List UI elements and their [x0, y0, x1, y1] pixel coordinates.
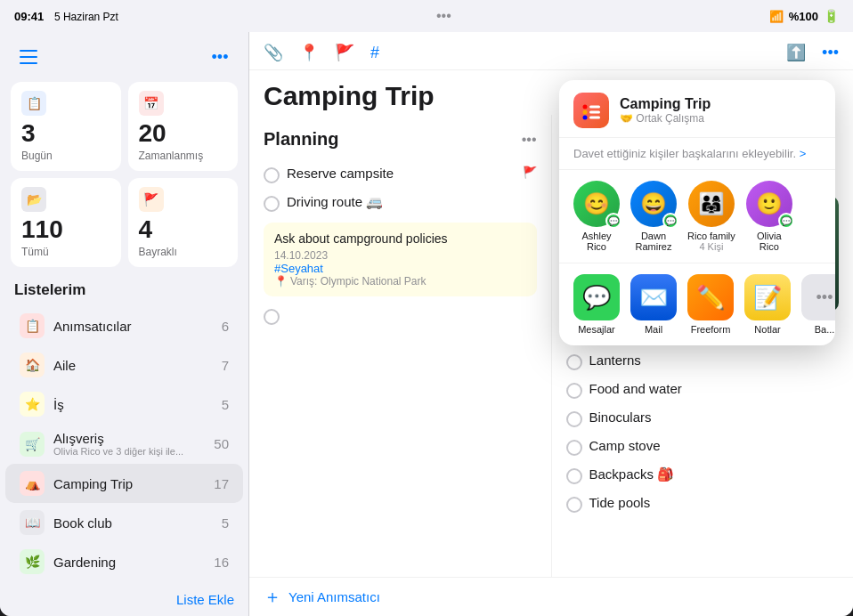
- bookclub-name: Book club: [53, 515, 222, 531]
- camping-count: 17: [214, 476, 229, 491]
- task-backpacks[interactable]: Backpacks 🎒: [566, 461, 840, 490]
- app-freeform[interactable]: ✏️ Freeform: [687, 274, 734, 335]
- app-notes[interactable]: 📝 Notlar: [744, 274, 791, 335]
- toolbar-left-icons: 📎 📍 🚩 #: [264, 43, 379, 62]
- flagged-label: Bayraklı: [139, 246, 228, 258]
- add-item-row[interactable]: ＋ Yeni Anımsatıcı: [249, 577, 853, 616]
- add-list-button[interactable]: Liste Ekle: [176, 592, 234, 607]
- share-popup-list-icon: [573, 93, 609, 128]
- bookclub-count: 5: [222, 515, 229, 531]
- svg-rect-8: [589, 117, 600, 119]
- sidebar-top-bar: •••: [0, 43, 248, 78]
- sidebar-item-gardening[interactable]: 🌿 Gardening 16: [5, 542, 243, 581]
- sidebar-item-animsaticlar[interactable]: 📋 Anımsatıcılar 6: [5, 306, 243, 345]
- ashley-badge: 💬: [605, 213, 621, 229]
- sidebar-item-bookclub[interactable]: 📖 Book club 5: [5, 503, 243, 542]
- task-text-binoculars: Binoculars: [589, 409, 840, 425]
- olivia-name: OliviaRico: [757, 231, 782, 252]
- task-empty[interactable]: [264, 302, 537, 330]
- contact-olivia[interactable]: 🙂 💬 OliviaRico: [746, 181, 792, 252]
- status-center: •••: [436, 8, 451, 24]
- planning-more-button[interactable]: •••: [522, 132, 537, 148]
- svg-point-4: [583, 110, 588, 115]
- task-circle-lanterns: [566, 354, 582, 370]
- contact-ashley[interactable]: 😊 💬 AshleyRico: [573, 181, 620, 252]
- is-name: İş: [53, 397, 222, 412]
- share-popup-title-area: Camping Trip 🤝 Ortak Çalışma: [620, 96, 711, 125]
- task-text-tidepools: Tide pools: [589, 495, 840, 510]
- all-card[interactable]: 📂 110 Tümü: [11, 178, 121, 267]
- freeform-label: Freeform: [691, 324, 731, 335]
- attachment-icon[interactable]: 📎: [264, 43, 283, 62]
- note-card-title: Ask about campground policies: [274, 231, 526, 246]
- task-circle-backpacks: [566, 468, 582, 484]
- svg-point-3: [583, 105, 588, 109]
- more-options-button[interactable]: •••: [206, 43, 234, 71]
- family-name: Rico family4 Kişi: [687, 231, 735, 252]
- sidebar: ••• 📋 3 Bugün 📅 20 Zamanlanmış 📂: [0, 32, 249, 616]
- note-card-date: 14.10.2023: [274, 249, 526, 262]
- gardening-count: 16: [214, 555, 229, 570]
- task-circle-binoculars: [566, 411, 582, 427]
- svg-rect-0: [20, 50, 37, 52]
- scheduled-card[interactable]: 📅 20 Zamanlanmış: [128, 82, 239, 171]
- share-icon[interactable]: ⬆️: [786, 43, 806, 62]
- share-popup-link[interactable]: >: [800, 147, 807, 160]
- flagged-count: 4: [139, 215, 228, 244]
- aile-icon: 🏠: [20, 353, 45, 377]
- share-popup-title: Camping Trip: [620, 96, 711, 112]
- contact-dawn[interactable]: 😄 💬 DawnRamirez: [630, 181, 677, 252]
- animsaticlar-name: Anımsatıcılar: [53, 319, 222, 334]
- contact-rico-family[interactable]: 👨‍👩‍👧 Rico family4 Kişi: [687, 181, 735, 252]
- dawn-name: DawnRamirez: [636, 231, 672, 252]
- camping-icon: ⛺: [20, 471, 45, 496]
- sidebar-item-is[interactable]: ⭐ İş 5: [5, 385, 243, 424]
- alisveris-name: Alışveriş: [53, 431, 214, 446]
- sidebar-toggle-button[interactable]: [14, 43, 43, 71]
- task-reserve[interactable]: Reserve campsite 🚩: [264, 160, 537, 189]
- toolbar-right-icons: ⬆️ •••: [786, 43, 839, 62]
- battery-label: %100: [789, 10, 818, 23]
- share-popup: Camping Trip 🤝 Ortak Çalışma Davet ettiğ…: [559, 80, 835, 345]
- location-icon[interactable]: 📍: [299, 43, 319, 62]
- more-button[interactable]: •••: [822, 44, 839, 62]
- more-app-icon: •••: [801, 274, 835, 320]
- all-icon: 📂: [21, 187, 46, 212]
- task-text-food: Food and water: [589, 381, 840, 396]
- task-circle-driving: [264, 196, 280, 212]
- contacts-row: 😊 💬 AshleyRico 😄 💬 DawnRamirez 👨‍👩‍👧 Ric…: [559, 170, 835, 263]
- task-lanterns[interactable]: Lanterns: [566, 347, 840, 376]
- my-lists-title: Listelerim: [0, 278, 248, 306]
- animsaticlar-count: 6: [222, 319, 229, 334]
- app-mail[interactable]: ✉️ Mail: [630, 274, 677, 335]
- svg-rect-6: [589, 106, 600, 109]
- hashtag-icon[interactable]: #: [370, 44, 379, 62]
- scheduled-icon: 📅: [139, 91, 164, 116]
- camping-name: Camping Trip: [53, 476, 214, 491]
- task-food[interactable]: Food and water: [566, 376, 840, 404]
- aile-name: Aile: [53, 358, 222, 373]
- apps-row: 💬 Mesajlar ✉️ Mail ✏️ Freeform 📝 Notlar …: [559, 263, 835, 345]
- app-more[interactable]: ••• Ba...: [801, 274, 835, 335]
- sidebar-item-camping[interactable]: ⛺ Camping Trip 17: [5, 464, 243, 503]
- planning-column: Planning ••• Reserve campsite 🚩 Driving …: [249, 115, 552, 577]
- planning-title: Planning: [264, 129, 338, 150]
- add-item-label: Yeni Anımsatıcı: [288, 589, 380, 604]
- flag-icon[interactable]: 🚩: [335, 43, 354, 62]
- flagged-card[interactable]: 🚩 4 Bayraklı: [128, 178, 239, 267]
- today-card[interactable]: 📋 3 Bugün: [11, 82, 121, 171]
- sidebar-item-aile[interactable]: 🏠 Aile 7: [5, 345, 243, 385]
- task-circle-empty: [264, 309, 280, 325]
- task-circle-tidepools: [566, 497, 582, 513]
- contact-avatar-family: 👨‍👩‍👧: [688, 181, 735, 227]
- task-driving[interactable]: Driving route 🚐: [264, 189, 537, 217]
- task-stove[interactable]: Camp stove: [566, 433, 840, 461]
- app-messages[interactable]: 💬 Mesajlar: [573, 274, 620, 335]
- task-tidepools[interactable]: Tide pools: [566, 490, 840, 518]
- task-binoculars[interactable]: Binoculars: [566, 404, 840, 433]
- note-card-location: 📍 Varış: Olympic National Park: [274, 275, 526, 288]
- contact-avatar-dawn: 😄 💬: [630, 181, 677, 227]
- share-popup-description: Davet ettiğiniz kişiler başkalarını ekle…: [559, 138, 835, 170]
- sidebar-item-alisveris[interactable]: 🛒 Alışveriş Olivia Rico ve 3 diğer kişi …: [5, 424, 243, 464]
- mail-app-icon: ✉️: [630, 274, 677, 320]
